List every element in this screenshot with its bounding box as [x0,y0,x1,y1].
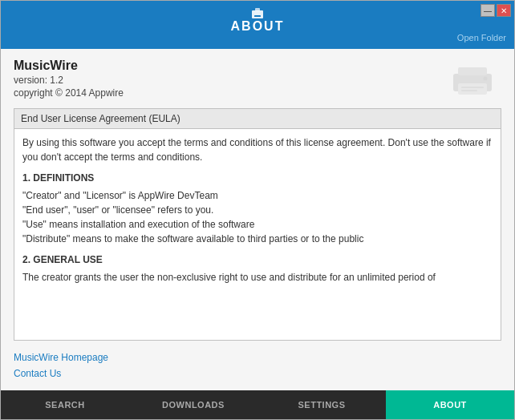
app-icon [249,6,266,22]
open-folder-link[interactable]: Open Folder [457,33,506,42]
app-logo [444,59,501,100]
app-name: MusicWire [14,59,124,73]
main-window: — ✕ ABOUT Open Folder MusicWire version:… [0,0,515,420]
app-copyright: copyright © 2014 Appwire [14,87,124,99]
window-controls: — ✕ [481,4,511,17]
svg-rect-1 [255,8,260,11]
svg-rect-6 [461,87,484,88]
eula-body[interactable]: By using this software you accept the te… [14,129,501,340]
svg-rect-0 [252,10,263,18]
eula-para-1: By using this software you accept the te… [22,135,493,164]
eula-section-2-title: 2. GENERAL USE [22,252,493,267]
svg-rect-4 [458,67,487,75]
eula-container: End User License Agreement (EULA) By usi… [14,108,501,341]
close-button[interactable]: ✕ [497,4,511,17]
svg-point-8 [484,77,488,81]
eula-general-use: The creator grants the user the non-excl… [22,270,493,285]
svg-rect-2 [254,15,261,17]
minimize-button[interactable]: — [481,4,495,17]
nav-settings[interactable]: SETTINGS [258,390,386,419]
app-version: version: 1.2 [14,75,124,86]
app-info: MusicWire version: 1.2 copyright © 2014 … [14,59,124,99]
contact-link[interactable]: Contact Us [14,368,501,379]
app-info-row: MusicWire version: 1.2 copyright © 2014 … [14,59,501,100]
homepage-link[interactable]: MusicWire Homepage [14,352,501,363]
bottom-links: MusicWire Homepage Contact Us [14,349,501,384]
content-area: MusicWire version: 1.2 copyright © 2014 … [1,49,514,390]
svg-rect-5 [458,83,487,95]
nav-about[interactable]: ABOUT [386,390,514,419]
nav-bar: SEARCH DOWNLOADS SETTINGS ABOUT [1,390,514,419]
eula-section-1-title: 1. DEFINITIONS [22,171,493,185]
nav-search[interactable]: SEARCH [1,390,129,419]
printer-icon [445,59,500,99]
svg-rect-7 [461,90,477,91]
eula-header: End User License Agreement (EULA) [14,109,501,129]
nav-downloads[interactable]: DOWNLOADS [129,390,258,419]
eula-definitions: "Creator" and "Licensor" is AppWire DevT… [22,188,493,246]
title-bar: — ✕ ABOUT Open Folder [1,1,514,49]
